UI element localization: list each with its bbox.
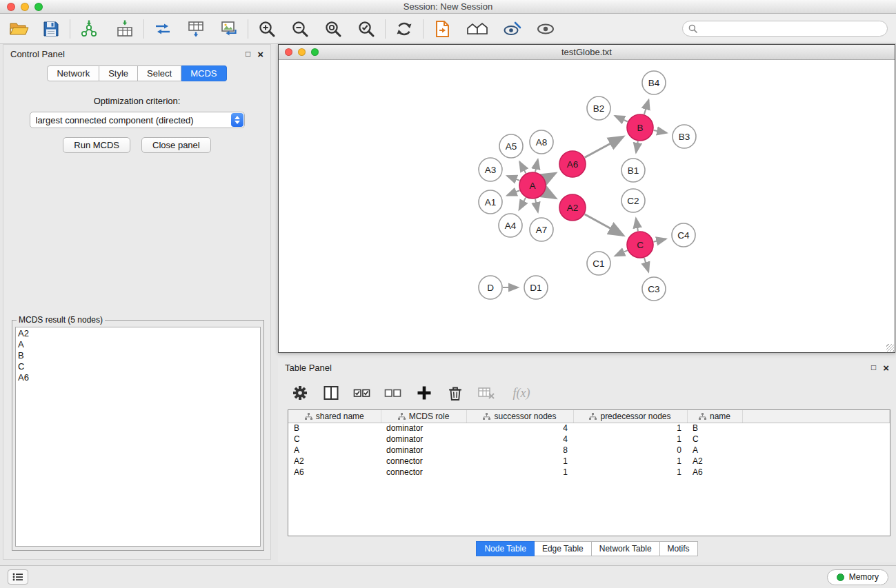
show-hide-button[interactable]: [535, 18, 557, 40]
home-button[interactable]: [464, 18, 490, 40]
network-node[interactable]: C2: [621, 189, 645, 212]
open-session-button[interactable]: [8, 18, 30, 40]
zoom-out-button[interactable]: [289, 18, 311, 40]
table-cell[interactable]: connector: [381, 456, 466, 467]
network-node[interactable]: B: [627, 114, 653, 141]
network-node[interactable]: A2: [559, 194, 586, 221]
table-cell[interactable]: A6: [288, 467, 381, 478]
table-cell[interactable]: A6: [687, 467, 742, 478]
network-edge[interactable]: [545, 173, 556, 179]
network-node[interactable]: B3: [673, 125, 696, 148]
mcds-result-list[interactable]: A2ABCA6: [15, 327, 261, 547]
network-node[interactable]: A3: [479, 158, 502, 181]
table-cell[interactable]: C: [288, 434, 381, 445]
network-node[interactable]: B1: [621, 159, 645, 182]
table-cell[interactable]: A2: [288, 456, 381, 467]
network-edge[interactable]: [644, 100, 649, 114]
network-edge[interactable]: [507, 176, 519, 181]
graphics-details-button[interactable]: [501, 18, 524, 40]
column-header[interactable]: predecessor nodes: [573, 410, 687, 423]
zoom-in-button[interactable]: [256, 18, 278, 40]
network-edge[interactable]: [615, 250, 628, 256]
import-table-button[interactable]: [114, 18, 136, 40]
network-node[interactable]: A4: [499, 214, 522, 237]
network-node[interactable]: C: [627, 232, 653, 258]
table-cell[interactable]: 1: [573, 423, 687, 434]
criterion-select[interactable]: largest connected component (directed): [30, 112, 245, 128]
network-edge[interactable]: [585, 136, 624, 157]
float-panel-icon[interactable]: □: [871, 363, 876, 372]
close-panel-icon[interactable]: ×: [883, 363, 889, 373]
table-cell[interactable]: A2: [687, 456, 742, 467]
network-edge[interactable]: [545, 192, 556, 199]
close-traffic-light-icon[interactable]: [285, 48, 292, 56]
network-node[interactable]: D1: [524, 276, 548, 299]
tab-edge-table[interactable]: Edge Table: [535, 541, 592, 556]
tab-mcds[interactable]: MCDS: [181, 65, 226, 81]
close-panel-button[interactable]: Close panel: [141, 137, 211, 153]
list-item[interactable]: A: [18, 339, 258, 350]
network-edge[interactable]: [507, 190, 519, 195]
delete-column-button[interactable]: [446, 383, 465, 403]
run-mcds-button[interactable]: Run MCDS: [63, 137, 130, 153]
table-settings-button[interactable]: [290, 383, 310, 403]
network-node[interactable]: C3: [642, 277, 666, 301]
network-node[interactable]: A: [519, 172, 546, 199]
save-session-button[interactable]: [40, 18, 62, 40]
tab-network-table[interactable]: Network Table: [592, 541, 660, 556]
network-edge[interactable]: [644, 258, 648, 272]
zoom-traffic-light-icon[interactable]: [34, 3, 43, 11]
export-image-button[interactable]: [218, 18, 240, 40]
network-node[interactable]: D: [479, 276, 502, 299]
session-file-button[interactable]: [431, 18, 453, 40]
table-cell[interactable]: A: [288, 445, 381, 456]
add-column-button[interactable]: [415, 383, 434, 403]
tab-motifs[interactable]: Motifs: [660, 541, 698, 556]
export-table-button[interactable]: [185, 18, 207, 40]
network-node[interactable]: A8: [530, 130, 553, 154]
network-edge[interactable]: [535, 160, 538, 172]
tab-select[interactable]: Select: [138, 65, 181, 81]
list-item[interactable]: B: [18, 350, 258, 361]
import-network-button[interactable]: [78, 18, 100, 40]
network-edge[interactable]: [615, 116, 628, 122]
tab-node-table[interactable]: Node Table: [476, 541, 535, 556]
network-edge[interactable]: [519, 198, 526, 210]
column-header[interactable]: MCDS role: [381, 410, 466, 423]
network-edge[interactable]: [519, 162, 526, 174]
function-builder-button[interactable]: f(x): [508, 383, 535, 403]
memory-indicator[interactable]: Memory: [827, 569, 888, 585]
table-cell[interactable]: 1: [573, 467, 687, 478]
zoom-traffic-light-icon[interactable]: [311, 48, 319, 56]
network-edge[interactable]: [585, 214, 624, 236]
column-header[interactable]: successor nodes: [466, 410, 573, 423]
table-cell[interactable]: 4: [466, 434, 573, 445]
table-cell[interactable]: B: [687, 423, 742, 434]
apply-layout-button[interactable]: [393, 18, 415, 40]
deselect-all-button[interactable]: [384, 383, 403, 403]
zoom-fit-button[interactable]: [322, 18, 344, 40]
export-network-button[interactable]: [152, 18, 174, 40]
table-cell[interactable]: 1: [573, 434, 687, 445]
network-node[interactable]: A1: [479, 190, 502, 214]
network-edge[interactable]: [636, 219, 638, 232]
node-table-container[interactable]: shared nameMCDS rolesuccessor nodesprede…: [288, 409, 890, 536]
network-node[interactable]: B2: [587, 97, 610, 120]
zoom-selected-button[interactable]: [355, 18, 377, 40]
tab-network[interactable]: Network: [47, 65, 99, 81]
search-input[interactable]: [701, 24, 882, 34]
minimize-traffic-light-icon[interactable]: [21, 3, 29, 11]
table-row[interactable]: A6connector11A6: [288, 467, 890, 478]
table-cell[interactable]: 1: [466, 456, 573, 467]
table-cell[interactable]: 1: [466, 467, 573, 478]
tab-style[interactable]: Style: [99, 65, 138, 81]
column-header[interactable]: shared name: [288, 410, 381, 423]
table-cell[interactable]: B: [288, 423, 381, 434]
table-cell[interactable]: C: [687, 434, 742, 445]
resize-grip-icon[interactable]: [886, 344, 894, 352]
table-row[interactable]: Cdominator41C: [288, 434, 890, 445]
network-edge[interactable]: [636, 141, 638, 153]
network-window-titlebar[interactable]: testGlobe.txt: [279, 45, 895, 60]
table-cell[interactable]: A: [687, 445, 742, 456]
table-row[interactable]: Bdominator41B: [288, 423, 890, 434]
